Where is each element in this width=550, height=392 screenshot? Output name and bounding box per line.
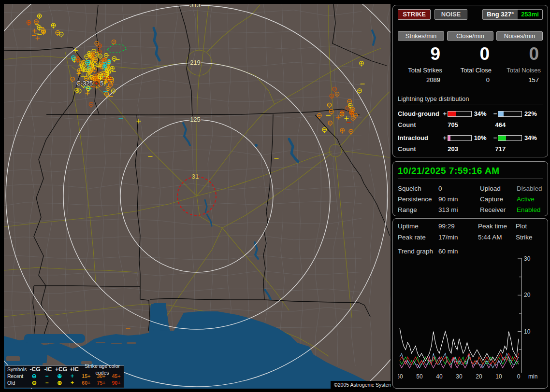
plus-pct: 34% bbox=[474, 110, 492, 117]
total-label: Total Strikes bbox=[398, 67, 444, 74]
counter-header[interactable]: Strikes/min bbox=[398, 31, 444, 41]
uptime-value: 17/min bbox=[438, 234, 478, 241]
map-legend: Symbols -CG -IC +CG +IC Strike age color… bbox=[5, 365, 124, 388]
status-value: Disabled bbox=[517, 185, 543, 192]
plus-ratio-bar bbox=[448, 111, 472, 117]
legend-old-label: Old bbox=[5, 379, 28, 386]
rate-counters: Strikes/min9Total Strikes2089Close/min0T… bbox=[398, 31, 543, 84]
trend-y-label: 10 bbox=[524, 328, 531, 335]
uptime-value: Plot bbox=[516, 223, 543, 230]
age-code-75: 75+ bbox=[94, 379, 109, 386]
status-label: Persistence bbox=[398, 196, 438, 203]
status-value: Active bbox=[517, 196, 543, 203]
status-value: Enabled bbox=[517, 206, 543, 213]
uptime-grid: Uptime99:29Peak timePlotPeak rate17/min5… bbox=[398, 223, 543, 241]
clock: 10/21/2025 7:59:16 AM bbox=[398, 166, 543, 179]
plus-sign: + bbox=[442, 110, 448, 117]
legend-col-pos-ic: +IC bbox=[68, 366, 81, 373]
count-label: Count bbox=[398, 121, 448, 128]
rate-value: 0 bbox=[496, 44, 543, 64]
ic-pos-old-icon: + bbox=[66, 379, 78, 386]
trend-y-label: 20 bbox=[524, 292, 531, 298]
age-code-60: 60+ bbox=[79, 379, 94, 386]
legend-col-neg-ic: -IC bbox=[42, 366, 55, 373]
uptime-label: Peak rate bbox=[398, 234, 438, 241]
legend-old-row: Old ⊖ − ⊕ + 60+ 75+ 90+ bbox=[5, 379, 124, 386]
trend-x-label: 40 bbox=[436, 373, 443, 380]
minus-pct: 22% bbox=[524, 110, 543, 117]
status-label: Range bbox=[398, 206, 438, 213]
distribution-row: Intracloud+10%−34% bbox=[398, 134, 543, 141]
trend-x-unit: min bbox=[528, 373, 537, 380]
status-value: 313 mi bbox=[438, 206, 480, 213]
map-canvas[interactable]: 31125219313C-325+5©2005 Astrogenic Syste… bbox=[4, 4, 391, 389]
minus-ratio-bar bbox=[498, 111, 522, 117]
legend-col-neg-cg: -CG bbox=[29, 366, 42, 373]
counter-header[interactable]: Close/min bbox=[447, 31, 493, 41]
total-value: 2089 bbox=[398, 76, 444, 84]
dist-type-label: Intracloud bbox=[398, 134, 442, 141]
copyright-text: ©2005 Astrogenic Systems bbox=[334, 382, 391, 388]
status-value: 0 bbox=[438, 185, 480, 192]
strike-mode-button[interactable]: STRIKE bbox=[398, 9, 431, 20]
status-label: Receiver bbox=[480, 206, 517, 213]
total-value: 157 bbox=[496, 76, 543, 84]
nexstorm-window: 31125219313C-325+5©2005 Astrogenic Syste… bbox=[0, 0, 550, 392]
bearing-readout: Bng 327° 253mi bbox=[482, 9, 543, 20]
uptime-label: 5:44 AM bbox=[478, 234, 516, 241]
cg-pos-old-icon: ⊕ bbox=[53, 379, 66, 386]
noise-mode-button[interactable]: NOISE bbox=[434, 9, 467, 20]
status-grid: Squelch0UploadDisabledPersistence90 minC… bbox=[398, 185, 543, 213]
trend-x-label: 0 bbox=[517, 373, 521, 380]
counter-header[interactable]: Noises/min bbox=[496, 31, 543, 41]
uptime-value: Strike bbox=[516, 234, 543, 241]
trend-x-label: 20 bbox=[476, 373, 482, 380]
range-ring-label: 31 bbox=[192, 173, 199, 180]
status-label: Upload bbox=[480, 185, 517, 192]
lightning-distribution: Lightning type distribution Cloud-ground… bbox=[398, 95, 543, 153]
minus-sign: − bbox=[492, 134, 498, 141]
cg-pos-recent-icon: ⊕ bbox=[53, 373, 66, 379]
trend-y-label: 30 bbox=[524, 256, 531, 262]
minus-count: 717 bbox=[495, 145, 543, 153]
distribution-row: Cloud-ground+34%−22% bbox=[398, 110, 543, 117]
uptime-panel: Uptime99:29Peak timePlotPeak rate17/min5… bbox=[392, 218, 548, 389]
trend-series--cg bbox=[400, 353, 519, 364]
ic-neg-recent-icon: − bbox=[41, 373, 53, 379]
bearing-distance: 253mi bbox=[518, 10, 542, 19]
range-ring-label: 313 bbox=[190, 4, 201, 9]
dist-type-label: Cloud-ground bbox=[398, 110, 442, 117]
counter-noises-min: Noises/min0Total Noises157 bbox=[496, 31, 543, 84]
uptime-label: Uptime bbox=[398, 223, 438, 230]
legend-recent-label: Recent bbox=[5, 373, 28, 379]
age-code-90: 90+ bbox=[109, 379, 124, 386]
trend-graph: 1020306050403020100min bbox=[398, 256, 544, 385]
plus-ratio-bar bbox=[448, 135, 472, 141]
rate-value: 0 bbox=[447, 44, 493, 64]
plus-sign: + bbox=[442, 134, 448, 141]
strike-summary-panel: STRIKE NOISE Bng 327° 253mi Strikes/min9… bbox=[392, 5, 548, 157]
distribution-count-row: Count203717 bbox=[398, 145, 543, 153]
trend-graph-label: Trend graph bbox=[398, 248, 438, 255]
minus-pct: 34% bbox=[524, 134, 543, 141]
plus-count: 705 bbox=[448, 121, 495, 128]
legend-recent-row: Recent ⊖ − ⊕ + 15+ 30+ 45+ bbox=[5, 373, 124, 379]
legend-header-row: Symbols -CG -IC +CG +IC Strike age color… bbox=[5, 366, 124, 373]
range-ring-label: 125 bbox=[190, 116, 201, 123]
minus-count: 464 bbox=[495, 121, 543, 128]
ic-neg-old-icon: − bbox=[41, 379, 53, 386]
trend-series-total-strikes bbox=[400, 328, 519, 361]
total-value: 0 bbox=[447, 76, 493, 84]
trend-graph-row: Trend graph 60 min bbox=[398, 248, 543, 255]
count-label: Count bbox=[398, 145, 448, 153]
ic-pos-recent-icon: + bbox=[66, 373, 78, 379]
distribution-count-row: Count705464 bbox=[398, 121, 543, 128]
plus-count: 203 bbox=[448, 145, 495, 153]
lake bbox=[255, 144, 258, 147]
trend-graph-value: 60 min bbox=[438, 248, 543, 255]
total-label: Total Close bbox=[447, 67, 493, 74]
minus-sign: − bbox=[492, 110, 498, 117]
lake bbox=[24, 334, 85, 343]
uptime-value: 99:29 bbox=[438, 223, 478, 230]
trend-x-label: 60 bbox=[398, 373, 403, 380]
